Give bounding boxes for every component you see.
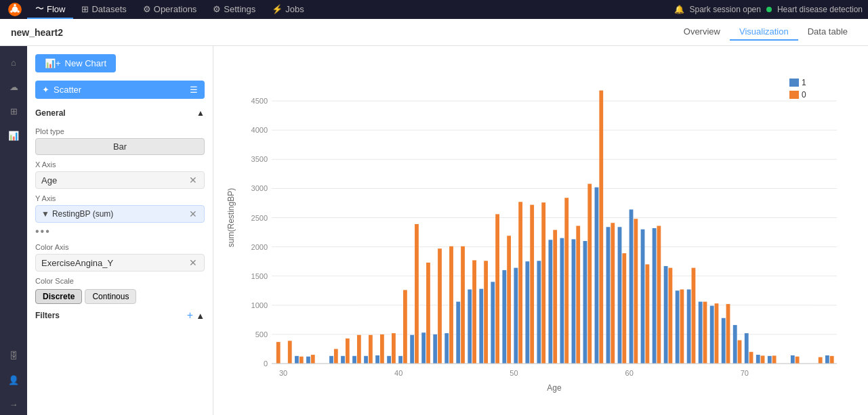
color-axis-clear-button[interactable]: ✕ [188,257,199,268]
new-chart-button[interactable]: 📊+ New Chart [35,54,116,72]
nav-jobs[interactable]: ⚡ Jobs [264,0,312,19]
plot-type-field: Plot type Bar [35,127,205,155]
icon-sidebar: ⌂ ☁ ⊞ 📊 🗄 👤 → [0,46,27,415]
nav-settings[interactable]: ⚙ Settings [205,0,264,19]
chart-type-bar[interactable]: ✦ Scatter ☰ [35,81,205,99]
menu-icon[interactable]: ☰ [190,85,198,95]
sidebar-puzzle[interactable]: ⊞ [3,100,24,122]
dropdown-arrow-icon: ▼ [41,209,49,219]
jobs-icon: ⚡ [272,4,283,14]
tab-data-table[interactable]: Data table [798,24,857,41]
chart-plus-icon: 📊+ [45,58,61,68]
color-scale-field: Color Scale Discrete Continous [35,277,205,304]
sidebar-user[interactable]: 👤 [3,369,24,391]
nav-right: 🔔 Spark session open Heart disease detec… [674,5,863,14]
y-axis-clear-button[interactable]: ✕ [188,209,199,219]
color-scale-discrete[interactable]: Discrete [35,289,82,304]
settings-panel: 📊+ New Chart ✦ Scatter ☰ General ▲ Plot … [27,46,213,415]
chart-container [224,51,857,404]
bell-icon[interactable]: 🔔 [674,5,684,14]
svg-point-3 [17,10,20,13]
more-options[interactable]: ••• [35,225,205,238]
flow-icon: 〜 [35,3,44,15]
filters-chevron-up-icon: ▲ [196,311,205,321]
tab-visualization[interactable]: Visualization [730,24,798,41]
sidebar-home[interactable]: ⌂ [3,51,24,73]
settings-icon: ⚙ [213,4,221,14]
nav-operations[interactable]: ⚙ Operations [135,0,205,19]
operations-icon: ⚙ [143,4,151,14]
nav-datasets[interactable]: ⊞ Datasets [73,0,134,19]
y-axis-field: Y Axis ▼ RestingBP (sum) ✕ ••• [35,194,205,238]
general-section-header[interactable]: General ▲ [35,104,205,122]
color-scale-continous[interactable]: Continous [85,289,136,304]
sidebar-chart[interactable]: 📊 [3,125,24,146]
tab-overview[interactable]: Overview [674,24,730,41]
sub-tabs: Overview Visualization Data table [674,24,857,41]
sidebar-arrow[interactable]: → [3,393,24,415]
scatter-icon: ✦ [42,85,49,95]
filters-section: Filters + ▲ [35,304,205,327]
datasets-icon: ⊞ [81,4,89,14]
color-axis-value[interactable]: ExerciseAngina_Y ✕ [35,254,205,271]
color-scale-options: Discrete Continous [35,289,205,304]
nav-flow[interactable]: 〜 Flow [27,0,73,19]
chart-type-label: ✦ Scatter [42,85,81,95]
page-title: new_heart2 [11,27,63,38]
top-nav: 〜 Flow ⊞ Datasets ⚙ Operations ⚙ Setting… [0,0,868,19]
logo[interactable] [5,0,24,19]
add-filter-button[interactable]: + [187,309,193,322]
y-axis-chip[interactable]: ▼ RestingBP (sum) ✕ [35,205,205,223]
x-axis-value[interactable]: Age ✕ [35,171,205,189]
sub-header: new_heart2 Overview Visualization Data t… [0,19,868,46]
sidebar-people[interactable] [3,320,24,342]
svg-point-2 [14,4,16,7]
sidebar-database[interactable]: 🗄 [3,345,24,366]
color-axis-field: Color Axis ExerciseAngina_Y ✕ [35,243,205,271]
bar-chart [224,51,857,404]
svg-point-1 [12,7,18,13]
status-dot [766,7,772,12]
chevron-up-icon: ▲ [197,108,205,118]
main-layout: ⌂ ☁ ⊞ 📊 🗄 👤 → 📊+ New Chart ✦ Scatter ☰ G… [0,46,868,415]
svg-point-4 [10,10,13,13]
x-axis-clear-button[interactable]: ✕ [188,175,199,185]
x-axis-field: X Axis Age ✕ [35,160,205,189]
plot-type-button[interactable]: Bar [35,138,205,155]
chart-area [213,46,868,415]
sidebar-cloud[interactable]: ☁ [3,76,24,97]
